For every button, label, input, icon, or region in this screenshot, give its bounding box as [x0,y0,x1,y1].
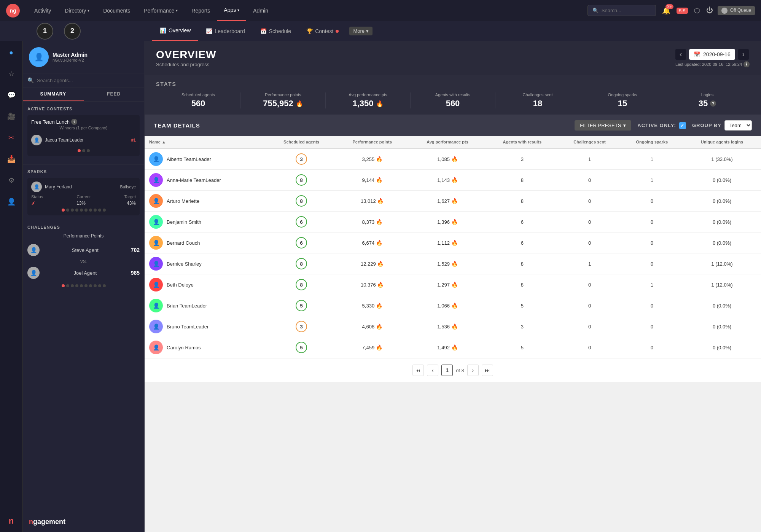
nav-reports[interactable]: Reports [185,0,217,21]
challenge-dot-5[interactable] [80,284,83,287]
contest-dot-1[interactable] [78,149,81,152]
share-icon[interactable]: ⬡ [694,6,700,15]
cell-agents: 6 [486,212,558,233]
col-perf-pts[interactable]: Performance points [336,136,409,148]
agent-search-bar[interactable]: 🔍 [23,73,144,88]
tab-summary[interactable]: SUMMARY [23,88,84,101]
sidebar-scissors-icon[interactable]: ✂ [4,130,19,145]
spark-dot-7[interactable] [89,209,92,212]
col-challenges[interactable]: Challenges sent [558,136,621,148]
tab-schedule[interactable]: 📅 Schedule [253,21,299,41]
spark-dot-3[interactable] [71,209,74,212]
user-status[interactable]: Off Queue [718,6,755,15]
cell-scheduled: 6 [267,233,336,253]
avg-icon: 🔥 [451,344,458,350]
avg-icon: 🔥 [451,156,458,162]
power-icon[interactable]: ⏻ [706,6,713,14]
spark-dot-1[interactable] [62,209,65,212]
tab-feed[interactable]: FEED [84,88,145,101]
last-page-button[interactable]: ⏭ [482,365,493,376]
col-logins[interactable]: Unique agents logins [683,136,761,148]
table-body: 👤 Alberto TeamLeader 3 3,255 🔥 1,085 🔥 3… [145,148,761,358]
nav-documents[interactable]: Documents [96,0,137,21]
spark-dot-6[interactable] [84,209,88,212]
challenge-dot-8[interactable] [94,284,97,287]
current-page[interactable]: 1 [441,365,453,376]
sidebar-settings-icon[interactable]: ⚙ [4,173,19,188]
col-sparks[interactable]: Ongoing sparks [621,136,683,148]
agent-avatar: 👤 [149,341,163,354]
scheduled-circle: 8 [296,279,307,290]
col-name[interactable]: Name ▲ [145,136,267,148]
challenge-dot-1[interactable] [62,284,65,287]
spark-dot-9[interactable] [98,209,101,212]
info-icon[interactable]: ℹ [71,119,77,125]
tab-leaderboard[interactable]: 📈 Leaderboard [198,21,252,41]
challenge-dot-10[interactable] [103,284,106,287]
contest-dot-3[interactable] [87,149,90,152]
table-header: Name ▲ Scheduled agents Performance poin… [145,136,761,148]
filter-presets-button[interactable]: FILTER PRESETS ▾ [575,120,631,131]
challenge-dot-6[interactable] [84,284,88,287]
search-input[interactable] [602,8,651,13]
cell-avg-pts: 1,112 🔥 [409,233,486,253]
sidebar-inbox-icon[interactable]: 📥 [4,151,19,167]
search-bar[interactable]: 🔍 [587,5,656,16]
nav-activity[interactable]: Activity [27,0,58,21]
nav-apps[interactable]: Apps ▾ [217,0,246,21]
contest-pagination-dots [31,149,136,152]
tab-contest[interactable]: 🏆 Contest [299,21,346,41]
contest-leader-avatar: 👤 [31,135,42,145]
prev-date-button[interactable]: ‹ [675,49,686,60]
spark-dot-2[interactable] [66,209,69,212]
app-logo[interactable]: ng [6,4,20,18]
sidebar-video-icon[interactable]: 🎥 [4,109,19,124]
stat-sparks: Ongoing sparks 15 [580,92,665,108]
challenges-title: CHALLENGES [27,225,140,229]
col-scheduled[interactable]: Scheduled agents [267,136,336,148]
next-page-button[interactable]: › [467,365,479,376]
challenge-dot-3[interactable] [71,284,74,287]
nav-directory[interactable]: Directory ▾ [58,0,96,21]
sidebar-star-icon[interactable]: ☆ [4,66,19,81]
spark-dot-5[interactable] [80,209,83,212]
sidebar-chat-icon[interactable]: 💬 [4,88,19,103]
cell-agents: 5 [486,337,558,358]
spark-dot-4[interactable] [75,209,78,212]
next-date-button[interactable]: › [738,49,749,60]
mail-icon[interactable]: SIS [677,8,688,14]
group-by-select[interactable]: Team Agent Site [724,120,752,131]
challenge-dot-9[interactable] [98,284,101,287]
search-icon: 🔍 [592,8,599,13]
challenge-agent2-score: 985 [131,270,140,276]
sparks-section: SPARKS 👤 Mary Ferland Bullseye Status Cu… [23,164,144,220]
nav-admin[interactable]: Admin [246,0,275,21]
table-row: 👤 Bruno TeamLeader 3 4,608 🔥 1,536 🔥 3 0… [145,316,761,337]
date-picker[interactable]: 📅 2020-09-16 [689,49,735,60]
info-icon[interactable]: ℹ [743,61,750,67]
avg-icon: 🔥 [451,198,458,204]
agent-search-input[interactable] [37,78,105,83]
info-icon[interactable]: ? [710,100,716,107]
challenge-dot-2[interactable] [66,284,69,287]
col-agents-results[interactable]: Agents with results [486,136,558,148]
challenge-dot-4[interactable] [75,284,78,287]
spark-dot-10[interactable] [103,209,106,212]
tab-overview[interactable]: 📊 Overview [152,21,198,41]
spark-dot-8[interactable] [94,209,97,212]
nav-performance[interactable]: Performance ▾ [137,0,185,21]
more-button[interactable]: More ▾ [349,27,373,35]
notification-icon[interactable]: 🔔 29 [662,6,670,15]
sidebar-people-icon[interactable]: 👤 [4,194,19,209]
contest-dot-2[interactable] [82,149,85,152]
col-avg-pts[interactable]: Avg performance pts [409,136,486,148]
challenge-dot-7[interactable] [89,284,92,287]
perf-icon: 🔥 [377,261,384,267]
ngagement-logo: n [9,516,14,532]
chart-icon: 📊 [160,27,166,33]
first-page-button[interactable]: ⏮ [412,365,424,376]
sidebar-home-icon[interactable]: ● [4,45,19,60]
active-only-checkbox[interactable]: ✓ [679,122,686,129]
cell-logins: 0 (0.0%) [683,337,761,358]
prev-page-button[interactable]: ‹ [427,365,438,376]
